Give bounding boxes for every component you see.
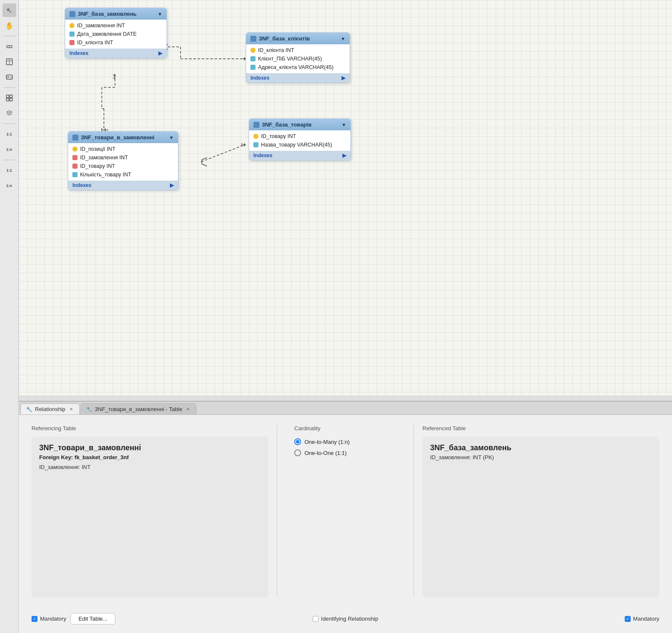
footer-left: Mandatory Edit Table... — [32, 613, 277, 624]
table-tovariv-header[interactable]: 3NF_база_товарів ▼ — [249, 119, 350, 130]
radio-11-circle[interactable] — [294, 449, 301, 456]
svg-rect-7 — [6, 95, 9, 98]
table-tovary-zamovlenni[interactable]: 3NF_товари_в_замовленні ▼ ID_позиції INT… — [68, 131, 178, 190]
footer-arrow-kliyentiv: ▶ — [342, 75, 345, 81]
bottom-panel: 🔧 Relationship ✕ 🔧 3NF_товари_в_замовлен… — [19, 401, 672, 633]
pk-icon-zamovlen-1 — [69, 23, 75, 28]
table-tovary-zamovlenni-header[interactable]: 3NF_товари_в_замовленні ▼ — [68, 132, 178, 143]
table-zamovlen-footer[interactable]: Indexes ▶ — [65, 49, 167, 58]
fk-icon-zamovlen-3 — [69, 40, 75, 45]
table-kliyentiv-body: ID_клієнта INT Клієнт_ПІБ VARCHAR(45) Ад… — [246, 44, 350, 73]
hand-tool[interactable]: ✋ — [3, 19, 16, 32]
referenced-section: Referenced Table 3NF_база_замовлень ID_з… — [422, 425, 659, 598]
identifying-checkbox[interactable] — [313, 616, 319, 622]
footer-right: Mandatory — [414, 616, 659, 622]
svg-rect-9 — [6, 98, 9, 101]
field-kliyentiv-2: Клієнт_ПІБ VARCHAR(45) — [246, 55, 350, 63]
rel-1-n-tool[interactable]: 1:n — [2, 143, 17, 156]
field-icon-kliyentiv-3 — [250, 65, 256, 70]
svg-rect-10 — [10, 98, 12, 101]
field-icon-tovariv-2 — [253, 142, 258, 147]
tabs-bar: 🔧 Relationship ✕ 🔧 3NF_товари_в_замовлен… — [19, 402, 672, 415]
radio-option-1n[interactable]: One-to-Many (1:n) — [294, 438, 396, 445]
table-tovariv-footer[interactable]: Indexes ▶ — [249, 151, 350, 160]
referencing-fk-field: ID_замовлення: INT — [39, 464, 261, 470]
table-zamovlen-dropdown[interactable]: ▼ — [158, 12, 162, 17]
field-tovary-4: Кількість_товару INT — [68, 170, 178, 179]
rel-1-nb-tool[interactable]: 1:n — [2, 179, 17, 193]
pk-icon-tovariv-1 — [253, 134, 258, 139]
radio-11-label: One-to-One (1:1) — [304, 450, 347, 456]
radio-1n-label: One-to-Many (1:n) — [304, 439, 350, 445]
field-zamovlen-3: ID_клієнта INT — [65, 38, 167, 47]
mandatory-right-wrap[interactable]: Mandatory — [625, 616, 659, 622]
table-tovariv-icon — [253, 122, 259, 128]
identifying-wrap[interactable]: Identifying Relationship — [313, 616, 378, 622]
mandatory-right-checkbox[interactable] — [625, 616, 631, 622]
table-kliyentiv[interactable]: 3NF_база_клієнтів ▼ ID_клієнта INT Клієн… — [246, 32, 350, 83]
table-tovary-zamovlenni-footer[interactable]: Indexes ▶ — [68, 181, 178, 190]
panel-footer: Mandatory Edit Table... Identifying Rela… — [19, 608, 672, 633]
table-tovariv-body: ID_товару INT Назва_товару VARCHAR(45) — [249, 130, 350, 151]
field-tovariv-2: Назва_товару VARCHAR(45) — [249, 141, 350, 149]
referenced-label: Referenced Table — [422, 425, 659, 432]
footer-arrow-zamovlen: ▶ — [158, 50, 162, 56]
referenced-field: ID_замовлення: INT (PK) — [430, 454, 652, 460]
edit-table-button[interactable]: Edit Table... — [70, 613, 115, 624]
mandatory-left-wrap[interactable]: Mandatory — [32, 616, 66, 622]
fk-icon-tovary-3 — [72, 164, 78, 169]
grid-tool[interactable] — [3, 91, 16, 105]
rel-1-1b-tool[interactable]: 1:1 — [2, 164, 17, 177]
field-zamovlen-2: Дата_замовлення DATE — [65, 30, 167, 38]
referencing-fk-label: Foreign Key: fk_basket_order_3nf — [39, 454, 261, 460]
field-icon-tovary-4 — [72, 172, 78, 177]
layer-tool[interactable] — [3, 106, 16, 120]
field-zamovlen-1: ID_замовлення INT — [65, 21, 167, 30]
mandatory-left-label: Mandatory — [40, 616, 66, 622]
table-zamovlen-title: 3NF_база_замовлень — [78, 11, 137, 17]
footer-arrow-tovariv: ▶ — [342, 152, 346, 158]
tab-relationship-label: Relationship — [35, 406, 66, 412]
svg-line-28 — [201, 145, 244, 162]
diagram-canvas[interactable]: ‡ 3NF_база_замовлень ▼ — [19, 0, 672, 396]
tab-table[interactable]: 🔧 3NF_товари_в_замовленні - Table ✕ — [80, 403, 196, 414]
select-tool[interactable]: ↖ — [3, 3, 16, 17]
table-kliyentiv-dropdown[interactable]: ▼ — [341, 36, 345, 41]
rel-1-1-tool[interactable]: 1:1 — [2, 127, 17, 141]
canvas-scrollbar[interactable] — [19, 396, 672, 401]
referencing-section: Referencing Table 3NF_товари_в_замовленн… — [32, 425, 268, 598]
radio-1n-circle[interactable] — [294, 438, 301, 445]
tab-table-label: 3NF_товари_в_замовленні - Table — [95, 406, 182, 412]
rel-tool-group-3: 1:1 — [2, 164, 17, 177]
referencing-box: 3NF_товари_в_замовленні Foreign Key: fk_… — [32, 437, 268, 598]
tab-table-close[interactable]: ✕ — [185, 406, 191, 412]
table-kliyentiv-header[interactable]: 3NF_база_клієнтів ▼ — [246, 33, 350, 44]
fk-icon-tovary-2 — [72, 155, 78, 160]
toolbar-divider-1 — [3, 36, 15, 36]
referencing-label: Referencing Table — [32, 425, 268, 432]
radio-option-11[interactable]: One-to-One (1:1) — [294, 449, 396, 456]
table-tovariv-dropdown[interactable]: ▼ — [342, 122, 346, 127]
tab-relationship[interactable]: 🔧 Relationship ✕ — [20, 403, 80, 414]
rel-tool-group-2: 1:n — [2, 143, 17, 156]
table-zamovlen[interactable]: 3NF_база_замовлень ▼ ID_замовлення INT Д… — [65, 8, 167, 58]
erase-tool[interactable] — [3, 40, 16, 53]
table-zamovlen-icon — [69, 11, 75, 17]
toolbar-divider-2 — [3, 87, 15, 88]
svg-text:‡: ‡ — [112, 73, 116, 80]
table-kliyentiv-icon — [250, 36, 256, 42]
table-tool[interactable] — [3, 55, 16, 69]
image-tool[interactable] — [3, 70, 16, 84]
table-zamovlen-header[interactable]: 3NF_база_замовлень ▼ — [65, 8, 167, 20]
table-zamovlen-body: ID_замовлення INT Дата_замовлення DATE I… — [65, 20, 167, 49]
rel-tool-group-4: 1:n — [2, 179, 17, 193]
mandatory-left-checkbox[interactable] — [32, 616, 37, 622]
table-tovary-zamovlenni-dropdown[interactable]: ▼ — [169, 135, 174, 140]
tab-relationship-close[interactable]: ✕ — [68, 406, 74, 412]
footer-arrow-tovary-zamovlenni: ▶ — [170, 182, 174, 188]
pk-icon-tovary-1 — [72, 147, 78, 152]
svg-line-31 — [202, 164, 207, 166]
table-kliyentiv-footer[interactable]: Indexes ▶ — [246, 73, 350, 83]
table-tovariv[interactable]: 3NF_база_товарів ▼ ID_товару INT Назва_т… — [249, 118, 351, 161]
field-tovary-1: ID_позиції INT — [68, 145, 178, 153]
